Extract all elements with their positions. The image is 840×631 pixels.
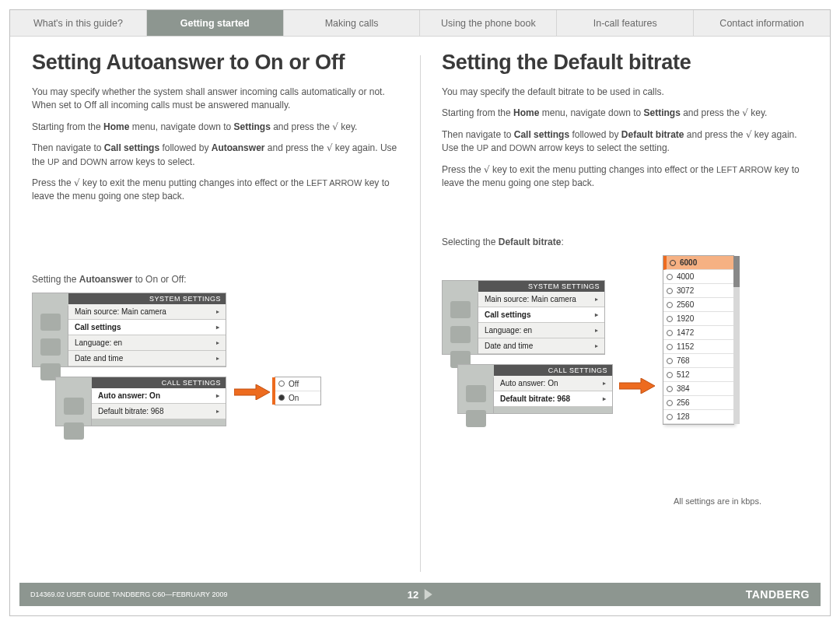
tab-making-calls[interactable]: Making calls: [284, 10, 421, 36]
right-para-2: Starting from the Home menu, navigate do…: [442, 107, 808, 120]
right-column: Setting the Default bitrate You may spec…: [420, 51, 830, 581]
right-para-1: You may specify the default bitrate to b…: [442, 86, 808, 99]
menu-row-selected: Call settings▸: [478, 307, 604, 323]
left-para-4: Press the √ key to exit the menu putting…: [32, 177, 398, 204]
tab-incall-features[interactable]: In-call features: [557, 10, 694, 36]
mock-header: CALL SETTINGS: [92, 377, 226, 388]
bitrate-option: 1920: [663, 312, 733, 326]
menu-row: Default bitrate: 968▸: [92, 404, 226, 419]
sidebar-icon: [450, 301, 471, 318]
brand-logo: TANDBERG: [746, 588, 810, 601]
mock-sidebar: [33, 306, 68, 366]
tab-whats-in-guide[interactable]: What's in this guide?: [10, 10, 147, 36]
popup-stripe: [272, 377, 275, 405]
sidebar-icon: [40, 338, 61, 356]
menu-row: Main source: Main camera▸: [68, 304, 226, 320]
sidebar-icon: [64, 398, 84, 415]
arrow-icon: [234, 384, 270, 400]
menu-row: Language: en▸: [68, 335, 226, 351]
bitrate-option: 128: [663, 410, 733, 424]
page-number: 12: [408, 589, 432, 601]
right-mocks: SYSTEM SETTINGS Main source: Main camera…: [442, 255, 808, 504]
menu-row: Language: en▸: [478, 323, 604, 338]
tab-bar: What's in this guide? Getting started Ma…: [10, 10, 830, 37]
left-para-2: Starting from the Home menu, navigate do…: [32, 121, 398, 134]
menu-row-selected: Auto answer: On▸: [92, 388, 226, 404]
left-para-1: You may specify whether the system shall…: [32, 86, 398, 113]
bitrate-option: 384: [663, 382, 733, 396]
popup-bitrate: 6000 4000 3072 2560 1920 1472 1152 768 5…: [663, 255, 734, 425]
menu-row-selected: Default bitrate: 968▸: [494, 391, 612, 407]
right-para-4: Press the √ key to exit the menu putting…: [442, 163, 808, 191]
mock-header: SYSTEM SETTINGS: [478, 281, 604, 292]
mock-system-settings: SYSTEM SETTINGS Main source: Main camera…: [32, 293, 226, 367]
mock-header: SYSTEM SETTINGS: [68, 293, 226, 304]
mock-header: CALL SETTINGS: [494, 365, 612, 376]
bitrate-option: 2560: [663, 298, 733, 312]
mock-call-settings: CALL SETTINGS Auto answer: On▸ Default b…: [55, 377, 226, 426]
right-para-3: Then navigate to Call settings followed …: [442, 128, 808, 156]
menu-row: Date and time▸: [478, 338, 604, 354]
footer-doc-id: D14369.02 USER GUIDE TANDBERG C60—FEBRUA…: [30, 591, 227, 598]
sidebar-icon: [466, 385, 486, 402]
arrow-icon: [619, 378, 655, 394]
left-column: Setting Autoanswer to On or Off You may …: [10, 51, 420, 581]
menu-row-selected: Call settings▸: [68, 320, 226, 335]
right-heading: Setting the Default bitrate: [442, 51, 808, 75]
menu-row: Date and time▸: [68, 351, 226, 366]
mock-sidebar: [443, 293, 478, 354]
mock-sidebar: [56, 390, 92, 426]
bitrate-option: 3072: [663, 284, 733, 298]
popup-option-off: Off: [275, 377, 320, 391]
footer-bar: D14369.02 USER GUIDE TANDBERG C60—FEBRUA…: [19, 583, 821, 606]
sidebar-icon: [466, 410, 486, 427]
sidebar-icon: [450, 326, 471, 343]
content-columns: Setting Autoanswer to On or Off You may …: [10, 37, 830, 581]
tab-phone-book[interactable]: Using the phone book: [420, 10, 557, 36]
bitrate-option: 768: [663, 354, 733, 368]
sidebar-icon: [64, 422, 84, 440]
left-caption: Setting the Autoanswer to On or Off:: [32, 274, 398, 285]
bitrate-option: 512: [663, 368, 733, 382]
svg-marker-1: [619, 378, 655, 394]
bitrate-option: 6000: [663, 256, 733, 270]
svg-marker-0: [234, 384, 270, 400]
mock-call-settings: CALL SETTINGS Auto answer: On▸ Default b…: [457, 364, 613, 414]
right-caption: Selecting the Default bitrate:: [442, 237, 808, 247]
popup-option-on: On: [275, 391, 320, 405]
left-para-3: Then navigate to Call settings followed …: [32, 142, 398, 169]
sidebar-icon: [40, 314, 61, 331]
bitrate-option: 4000: [663, 270, 733, 284]
tab-contact-info[interactable]: Contact information: [694, 10, 830, 36]
bitrate-option: 1472: [663, 326, 733, 340]
page: What's in this guide? Getting started Ma…: [9, 9, 831, 616]
mock-system-settings: SYSTEM SETTINGS Main source: Main camera…: [442, 280, 605, 355]
left-mocks: SYSTEM SETTINGS Main source: Main camera…: [32, 293, 398, 479]
bitrate-note: All settings are in kbps.: [674, 496, 761, 506]
menu-row: Main source: Main camera▸: [478, 292, 604, 307]
next-page-icon[interactable]: [425, 589, 432, 600]
menu-row: Auto answer: On▸: [494, 376, 612, 391]
bitrate-option: 256: [663, 396, 733, 410]
mock-sidebar: [458, 377, 494, 413]
left-heading: Setting Autoanswer to On or Off: [32, 51, 398, 75]
bitrate-option: 1152: [663, 340, 733, 354]
popup-autoanswer: Off On: [275, 377, 321, 405]
tab-getting-started[interactable]: Getting started: [147, 10, 284, 36]
